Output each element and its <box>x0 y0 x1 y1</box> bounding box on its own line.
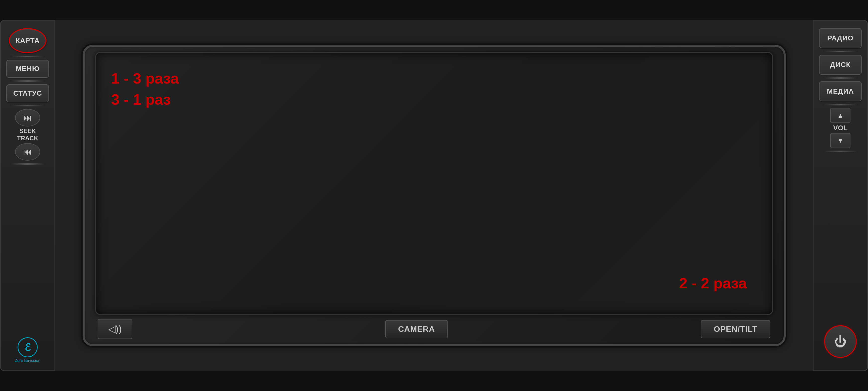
karta-label: КАРТА <box>16 37 40 45</box>
disk-label: ДИСК <box>830 61 850 68</box>
separator-1 <box>10 56 45 57</box>
open-tilt-button[interactable]: OPEN/TILT <box>701 320 771 338</box>
center-display-unit: 1 - 3 раза 3 - 1 раз 2 - 2 раза ◁)) CAME… <box>55 20 813 371</box>
seek-back-button[interactable]: ⏮ <box>15 143 40 161</box>
power-icon: ⏻ <box>834 334 847 349</box>
annotation-top-left: 1 - 3 раза 3 - 1 раз <box>111 68 179 110</box>
camera-button[interactable]: CAMERA <box>385 320 448 338</box>
separator-r3 <box>823 104 858 105</box>
car-head-unit: КАРТА МЕНЮ СТАТУС ⏭ SEEKTRACK ⏮ ℰ Zero E… <box>0 0 868 391</box>
status-label: СТАТУС <box>13 89 42 97</box>
media-button[interactable]: МЕДИА <box>819 81 862 101</box>
sound-button[interactable]: ◁)) <box>98 319 132 339</box>
radio-label: РАДИО <box>827 34 854 42</box>
right-control-panel: РАДИО ДИСК МЕДИА ▲ VOL ▼ ⏻ <box>813 20 868 371</box>
separator-3 <box>10 105 45 106</box>
status-button[interactable]: СТАТУС <box>6 84 49 102</box>
annotation-bottom-right: 2 - 2 раза <box>679 273 747 294</box>
open-tilt-label: OPEN/TILT <box>714 325 757 333</box>
separator-2 <box>10 80 45 82</box>
sound-icon: ◁)) <box>108 324 122 334</box>
camera-label: CAMERA <box>398 325 435 333</box>
separator-4 <box>10 163 45 165</box>
vol-down-icon: ▼ <box>837 137 844 144</box>
display-glare <box>96 53 772 314</box>
volume-control-group: ▲ VOL ▼ <box>819 108 862 148</box>
annotation-line-1: 1 - 3 раза <box>111 68 179 89</box>
main-display: 1 - 3 раза 3 - 1 раз 2 - 2 раза <box>95 52 773 315</box>
vol-up-icon: ▲ <box>837 112 844 120</box>
screen-bezel: 1 - 3 раза 3 - 1 раз 2 - 2 раза ◁)) CAME… <box>83 45 786 346</box>
zero-emission-text: Zero Emission <box>15 358 40 363</box>
disk-button[interactable]: ДИСК <box>819 55 862 75</box>
separator-r1 <box>823 51 858 52</box>
seek-forward-button[interactable]: ⏭ <box>15 109 40 127</box>
seek-track-label: SEEKTRACK <box>17 128 38 142</box>
power-button[interactable]: ⏻ <box>824 325 857 358</box>
karta-button[interactable]: КАРТА <box>9 28 46 53</box>
volume-down-button[interactable]: ▼ <box>830 133 850 148</box>
media-label: МЕДИА <box>827 87 854 95</box>
separator-r2 <box>823 77 858 79</box>
volume-up-button[interactable]: ▲ <box>830 108 850 123</box>
annotation-line-2: 3 - 1 раз <box>111 89 179 110</box>
radio-button[interactable]: РАДИО <box>819 28 862 48</box>
separator-r4 <box>823 151 858 152</box>
zero-emission-badge: ℰ Zero Emission <box>15 337 40 363</box>
left-control-panel: КАРТА МЕНЮ СТАТУС ⏭ SEEKTRACK ⏮ ℰ Zero E… <box>0 20 55 371</box>
menu-button[interactable]: МЕНЮ <box>6 60 49 78</box>
seek-track-group: ⏭ SEEKTRACK ⏮ <box>6 109 49 161</box>
zero-emission-icon: ℰ <box>18 337 38 357</box>
bottom-button-row: ◁)) CAMERA OPEN/TILT <box>95 319 773 339</box>
vol-label: VOL <box>833 124 848 132</box>
menu-label: МЕНЮ <box>16 65 39 72</box>
